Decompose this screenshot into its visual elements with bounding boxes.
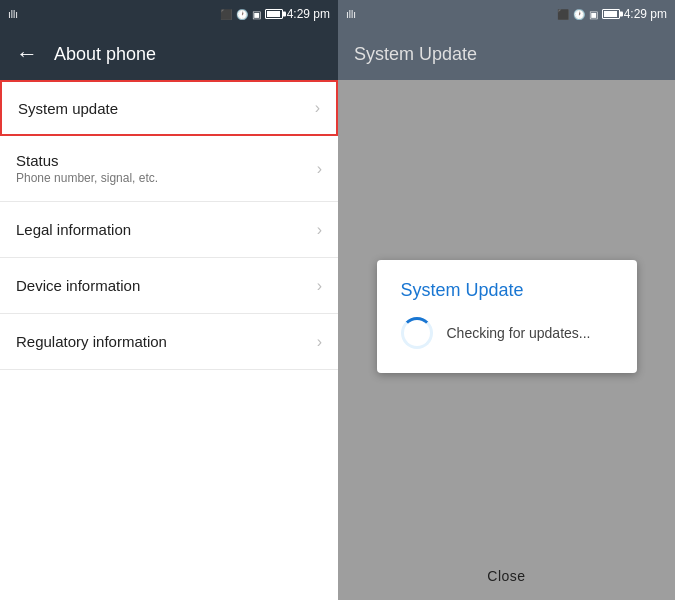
close-button[interactable]: Close — [487, 568, 525, 584]
menu-item-content-device: Device information — [16, 277, 140, 294]
right-content-area: System Update Checking for updates... — [338, 80, 675, 552]
menu-item-title-status: Status — [16, 152, 158, 169]
sim-icon-right: ⬛ — [557, 9, 569, 20]
top-bar-left: ← About phone — [0, 28, 338, 80]
signal-bars-right: ıllı — [346, 9, 356, 20]
sim-icon: ⬛ — [220, 9, 232, 20]
menu-item-system-update[interactable]: System update › — [0, 80, 338, 136]
chevron-icon-system-update: › — [315, 99, 320, 117]
menu-item-content-status: Status Phone number, signal, etc. — [16, 152, 158, 185]
menu-item-content-legal: Legal information — [16, 221, 131, 238]
loading-spinner — [401, 317, 433, 349]
signal-bars-left: ıllı — [8, 9, 18, 20]
update-card-body: Checking for updates... — [401, 317, 613, 349]
right-signal-icons: ıllı — [346, 9, 356, 20]
menu-item-content: System update — [18, 100, 118, 117]
back-button[interactable]: ← — [16, 41, 38, 67]
menu-item-title-legal: Legal information — [16, 221, 131, 238]
about-phone-title: About phone — [54, 44, 156, 65]
chevron-icon-legal: › — [317, 221, 322, 239]
status-bar-left: ıllı ⬛ 🕐 ▣ 4:29 pm — [0, 0, 338, 28]
update-card-title: System Update — [401, 280, 613, 301]
left-signal-icons: ıllı — [8, 9, 18, 20]
chevron-icon-status: › — [317, 160, 322, 178]
checking-text: Checking for updates... — [447, 325, 591, 341]
time-left: 4:29 pm — [287, 7, 330, 21]
menu-item-legal-information[interactable]: Legal information › — [0, 202, 338, 258]
close-bar: Close — [338, 552, 675, 600]
menu-item-title-regulatory: Regulatory information — [16, 333, 167, 350]
battery-icon-right — [602, 9, 620, 19]
menu-item-status[interactable]: Status Phone number, signal, etc. › — [0, 136, 338, 202]
chevron-icon-regulatory: › — [317, 333, 322, 351]
menu-item-content-regulatory: Regulatory information — [16, 333, 167, 350]
alarm-icon: 🕐 — [236, 9, 248, 20]
right-panel: ıllı ⬛ 🕐 ▣ 4:29 pm System Update System … — [338, 0, 675, 600]
wifi-icon-right: ▣ — [589, 9, 598, 20]
status-bar-right: ıllı ⬛ 🕐 ▣ 4:29 pm — [338, 0, 675, 28]
menu-list: System update › Status Phone number, sig… — [0, 80, 338, 600]
update-card: System Update Checking for updates... — [377, 260, 637, 373]
system-update-header-title: System Update — [354, 44, 477, 65]
alarm-icon-right: 🕐 — [573, 9, 585, 20]
time-right: 4:29 pm — [624, 7, 667, 21]
wifi-icon: ▣ — [252, 9, 261, 20]
menu-item-title-device: Device information — [16, 277, 140, 294]
menu-item-subtitle-status: Phone number, signal, etc. — [16, 171, 158, 185]
menu-item-regulatory-information[interactable]: Regulatory information › — [0, 314, 338, 370]
top-bar-right: System Update — [338, 28, 675, 80]
left-panel: ıllı ⬛ 🕐 ▣ 4:29 pm ← About phone System … — [0, 0, 338, 600]
battery-icon-left — [265, 9, 283, 19]
menu-item-device-information[interactable]: Device information › — [0, 258, 338, 314]
menu-item-title-system-update: System update — [18, 100, 118, 117]
chevron-icon-device: › — [317, 277, 322, 295]
